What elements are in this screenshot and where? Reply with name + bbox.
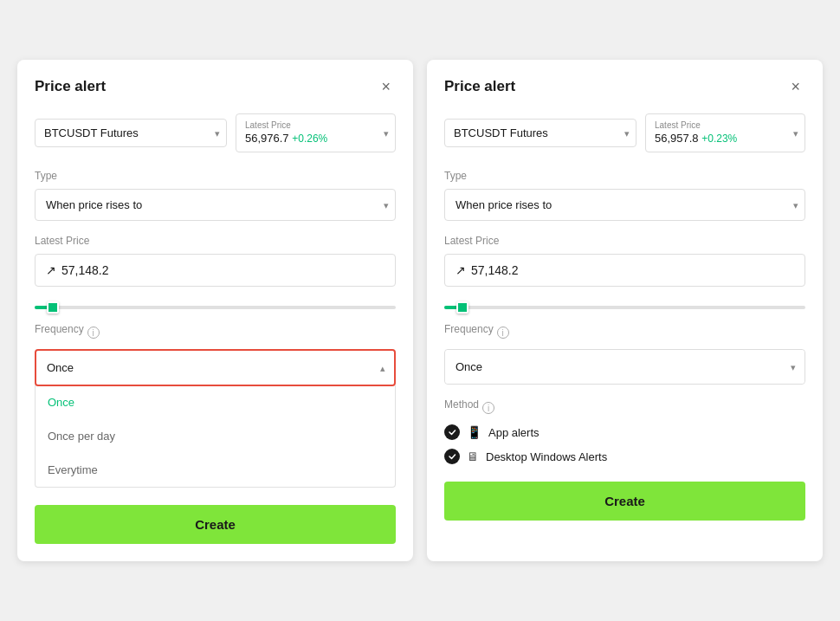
frequency-select-wrapper-right: Once ▾	[444, 349, 805, 385]
latest-price-value-left: 57,148.2	[61, 263, 109, 277]
create-button-right[interactable]: Create	[444, 482, 805, 521]
method-item-desktop: 🖥 Desktop Windows Alerts	[444, 449, 805, 464]
price-value-left: 56,976.7 +0.26%	[245, 132, 327, 145]
type-select-right[interactable]: When price rises to	[444, 189, 805, 221]
symbol-button-right[interactable]: BTCUSDT Futures	[444, 119, 636, 147]
frequency-label-right: Frequency	[444, 323, 494, 335]
price-selector-left: Latest Price 56,976.7 +0.26% ▾	[236, 113, 396, 152]
type-field-left: Type When price rises to ▾	[35, 170, 396, 221]
dropdown-item-everytime-left[interactable]: Everytime	[36, 453, 395, 487]
frequency-select-left[interactable]: Once	[36, 351, 394, 385]
close-button-left[interactable]: ×	[376, 77, 396, 96]
arrow-icon-right: ↗	[456, 263, 466, 277]
method-item-app: 📱 App alerts	[444, 424, 805, 440]
dropdown-item-once-per-day-left[interactable]: Once per day	[36, 419, 395, 453]
latest-price-input-right[interactable]: ↗ 57,148.2	[444, 254, 805, 287]
panel-left-title: Price alert	[35, 78, 106, 95]
desktop-icon: 🖥	[467, 450, 479, 463]
frequency-section-right: Frequency i Once ▾	[444, 323, 805, 385]
latest-price-section-right: Latest Price ↗ 57,148.2	[444, 235, 805, 287]
frequency-select-right[interactable]: Once	[445, 350, 804, 384]
symbol-button-left[interactable]: BTCUSDT Futures	[35, 119, 227, 147]
symbol-label-left: BTCUSDT Futures	[44, 126, 139, 139]
slider-track-right	[444, 306, 805, 309]
latest-price-value-right: 57,148.2	[471, 263, 519, 277]
app-icon: 📱	[467, 425, 481, 439]
app-alert-label: App alerts	[488, 426, 540, 439]
latest-price-section-left: Latest Price ↗ 57,148.2	[35, 235, 396, 287]
dropdown-item-once-left[interactable]: Once	[36, 385, 395, 419]
info-icon-right[interactable]: i	[497, 327, 509, 339]
panel-right-title: Price alert	[444, 78, 515, 95]
method-info-icon-right[interactable]: i	[482, 402, 494, 414]
method-section-right: Method i 📱 App alerts 🖥	[444, 398, 805, 464]
price-label-left: Latest Price	[245, 121, 291, 130]
info-icon-left[interactable]: i	[87, 327, 100, 339]
symbol-selector-left: BTCUSDT Futures ▾	[35, 113, 227, 152]
close-button-right[interactable]: ×	[785, 77, 805, 96]
panel-right-header: Price alert ×	[444, 77, 805, 96]
slider-thumb-right[interactable]	[456, 301, 468, 314]
frequency-section-left: Frequency i Once ▴ Once Once per day Eve…	[35, 323, 396, 488]
panels-container: Price alert × BTCUSDT Futures ▾ Latest P…	[17, 60, 823, 561]
type-select-wrapper-left: When price rises to ▾	[35, 189, 396, 221]
panel-left-header: Price alert ×	[35, 77, 396, 96]
type-label-left: Type	[35, 170, 396, 182]
slider-track-left	[35, 306, 396, 309]
price-selector-right: Latest Price 56,957.8 +0.23% ▾	[645, 113, 805, 152]
frequency-label-row-left: Frequency i	[35, 323, 396, 342]
type-label-right: Type	[444, 170, 805, 182]
create-button-left[interactable]: Create	[35, 505, 396, 544]
slider-section-left	[35, 294, 396, 309]
frequency-label-row-right: Frequency i	[444, 323, 805, 342]
price-button-left[interactable]: Latest Price 56,976.7 +0.26%	[236, 113, 396, 152]
price-label-right: Latest Price	[655, 121, 701, 130]
panel-right: Price alert × BTCUSDT Futures ▾ Latest P…	[427, 60, 823, 561]
latest-price-label-right: Latest Price	[444, 235, 805, 247]
method-label-right: Method	[444, 398, 479, 411]
frequency-label-left: Frequency	[35, 323, 84, 335]
slider-thumb-left[interactable]	[47, 301, 59, 314]
symbol-label-right: BTCUSDT Futures	[454, 126, 548, 139]
check-circle-desktop	[444, 449, 460, 464]
panel-left: Price alert × BTCUSDT Futures ▾ Latest P…	[17, 60, 413, 561]
dropdown-menu-left: Once Once per day Everytime	[35, 385, 396, 488]
slider-section-right	[444, 294, 805, 309]
symbol-selector-right: BTCUSDT Futures ▾	[444, 113, 636, 152]
frequency-select-wrapper-left: Once ▴	[35, 349, 396, 386]
check-circle-app	[444, 424, 460, 440]
top-selectors-left: BTCUSDT Futures ▾ Latest Price 56,976.7 …	[35, 113, 396, 152]
latest-price-input-left[interactable]: ↗ 57,148.2	[35, 254, 396, 287]
top-selectors-right: BTCUSDT Futures ▾ Latest Price 56,957.8 …	[444, 113, 805, 152]
type-field-right: Type When price rises to ▾	[444, 170, 805, 221]
price-value-right: 56,957.8 +0.23%	[655, 132, 737, 145]
desktop-alert-label: Desktop Windows Alerts	[486, 450, 607, 463]
method-label-row-right: Method i	[444, 398, 805, 417]
type-select-wrapper-right: When price rises to ▾	[444, 189, 805, 221]
type-select-left[interactable]: When price rises to	[35, 189, 396, 221]
latest-price-label-left: Latest Price	[35, 235, 396, 247]
price-button-right[interactable]: Latest Price 56,957.8 +0.23%	[645, 113, 805, 152]
arrow-icon-left: ↗	[46, 263, 56, 277]
